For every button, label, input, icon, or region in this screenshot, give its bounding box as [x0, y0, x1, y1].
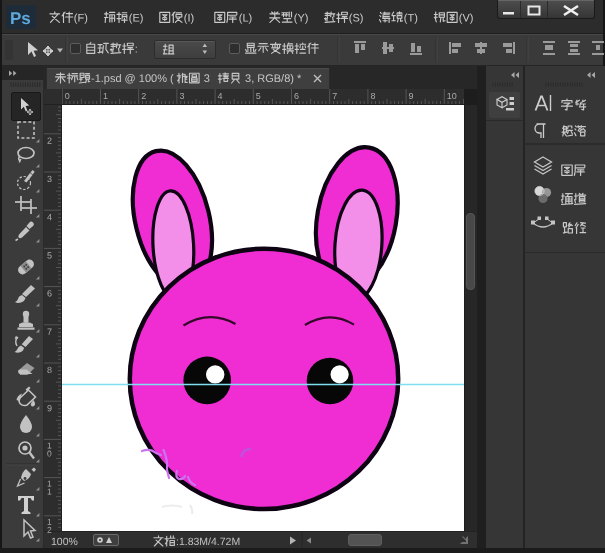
svg-text:-1.psd @ 100% (: -1.psd @ 100% (: [91, 72, 174, 84]
svg-text:1: 1: [47, 487, 52, 497]
svg-text:4: 4: [47, 212, 52, 222]
svg-text:(I): (I): [184, 11, 194, 23]
svg-text:7: 7: [47, 327, 52, 337]
svg-text:(Y): (Y): [294, 11, 309, 23]
svg-text:6: 6: [47, 289, 52, 299]
svg-text:9: 9: [47, 403, 52, 413]
svg-text:6: 6: [294, 91, 299, 101]
svg-text:8: 8: [47, 365, 52, 375]
svg-text:5: 5: [256, 91, 261, 101]
svg-text:2: 2: [141, 91, 146, 101]
svg-text:(F): (F): [74, 11, 88, 23]
svg-text:4: 4: [218, 91, 223, 101]
svg-text:(V): (V): [459, 11, 474, 23]
svg-text:(S): (S): [349, 11, 364, 23]
svg-text:3: 3: [201, 72, 213, 84]
svg-text:0: 0: [47, 448, 52, 458]
svg-text:100%: 100%: [51, 535, 78, 547]
svg-text::1.83M/4.72M: :1.83M/4.72M: [176, 535, 240, 547]
svg-text:2: 2: [47, 525, 52, 535]
svg-text:0: 0: [65, 91, 70, 101]
svg-text:(T): (T): [404, 11, 418, 23]
svg-text:5: 5: [47, 250, 52, 260]
svg-text::: :: [135, 42, 138, 54]
svg-text:10: 10: [447, 91, 457, 101]
svg-text:3: 3: [47, 174, 52, 184]
svg-text:2: 2: [47, 136, 52, 146]
svg-text:Ps: Ps: [10, 9, 31, 28]
svg-text:8: 8: [370, 91, 375, 101]
svg-text:(E): (E): [129, 11, 144, 23]
svg-text:1: 1: [103, 91, 108, 101]
svg-text:(L): (L): [239, 11, 252, 23]
svg-text:3: 3: [179, 91, 184, 101]
svg-text:9: 9: [409, 91, 414, 101]
svg-text:3, RGB/8) *: 3, RGB/8) *: [242, 72, 302, 84]
svg-text:7: 7: [332, 91, 337, 101]
